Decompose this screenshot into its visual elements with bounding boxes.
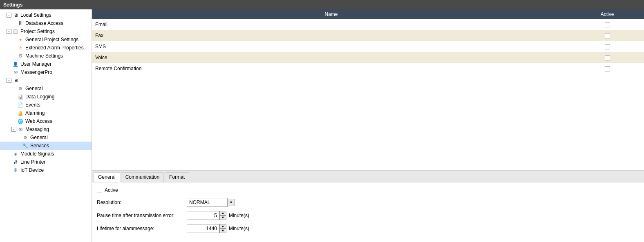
row-name-sms: SMS [92,41,570,52]
iot-icon [12,167,19,173]
row-checkbox-voice[interactable] [605,55,610,60]
sidebar-label-general: General [25,86,43,91]
sidebar-item-machine-settings[interactable]: Machine Settings [0,52,92,60]
tab-communication[interactable]: Communication [121,172,164,182]
row-name-remote-confirmation: Remote Confirmation [92,63,570,74]
pause-time-row: Pause time after transmission error: ▲ ▼… [97,211,639,220]
sidebar-label-alarming: Alarming [25,110,45,116]
lifetime-up[interactable]: ▲ [219,224,226,229]
expand-local-settings[interactable]: - [7,13,11,18]
sidebar-item-events[interactable]: Events [0,101,92,109]
row-active-email [570,20,644,30]
title-label: Settings [3,2,22,8]
sidebar-label-services: Services [30,143,49,149]
tab-general[interactable]: General [94,172,120,182]
expand-messaging[interactable]: - [11,127,16,132]
sidebar-item-alarming[interactable]: Alarming [0,109,92,117]
pause-time-wrapper: ▲ ▼ [187,211,226,220]
sidebar-item-user-manager[interactable]: User Manager [0,60,92,68]
row-name-fax: Fax [92,30,570,41]
lifetime-down[interactable]: ▼ [219,229,226,233]
tab-general-label: General [98,174,116,180]
row-active-voice [570,53,644,63]
pause-time-down[interactable]: ▼ [219,215,226,220]
sidebar-item-module-signals[interactable]: Module Signals [0,150,92,158]
warn-icon [17,44,24,51]
sidebar-item-extended-alarm[interactable]: Extended Alarm Properties [0,44,92,52]
row-name-email: Email [92,19,570,30]
sidebar-item-general-project[interactable]: General Project Settings [0,36,92,44]
msg-icon-2 [17,126,24,133]
expand-unnamed[interactable]: - [7,78,11,83]
tab-format-label: Format [169,174,185,180]
sidebar-item-messenger-pro[interactable]: MessengerPro [0,68,92,76]
general-icon [17,85,24,92]
lifetime-wrapper: ▲ ▼ [187,224,226,233]
row-checkbox-remote-confirmation[interactable] [605,66,610,71]
sidebar-label-web-access: Web Access [25,118,52,124]
resolution-row: Resolution: ▼ [97,198,639,207]
sidebar-item-project-settings[interactable]: - Project Settings [0,27,92,36]
alarm-icon [17,110,24,116]
table-row[interactable]: SMS [92,41,644,52]
table-row[interactable]: Email [92,19,644,30]
lifetime-input[interactable] [187,224,219,233]
active-checkbox[interactable] [97,188,102,193]
sidebar-item-line-printer[interactable]: Line Printer [0,158,92,166]
table-section: Name Active Email Fax SMS Voice Remote C… [92,9,644,170]
msg-icon-1 [12,69,19,75]
lifetime-unit: Minute(s) [229,226,249,231]
row-checkbox-fax[interactable] [605,33,610,38]
active-row: Active [97,187,639,193]
sidebar-item-services[interactable]: Services [0,142,92,150]
sidebar-item-iot-device[interactable]: IoT Device [0,166,92,174]
sidebar-label-events: Events [25,102,40,108]
table-header: Name Active [92,9,644,19]
table-row[interactable]: Remote Confirmation [92,63,644,74]
table-row[interactable]: Fax [92,30,644,41]
pause-time-label: Pause time after transmission error: [97,213,187,218]
pause-time-up[interactable]: ▲ [219,211,226,215]
lifetime-label: Lifetime for alammessage: [97,226,187,231]
sidebar-label-local-settings: Local Settings [20,12,51,18]
tab-format[interactable]: Format [165,172,189,182]
sidebar-item-general[interactable]: General [0,84,92,93]
resolution-input[interactable] [187,198,228,207]
proj-icon [12,28,19,35]
row-checkbox-email[interactable] [605,22,610,27]
sidebar-item-unnamed[interactable]: - [0,76,92,84]
services-icon [22,142,29,149]
pause-time-unit: Minute(s) [229,213,249,218]
expand-project-settings[interactable]: - [7,29,11,34]
sidebar-label-database-access: Database Access [25,20,63,26]
lifetime-spinner: ▲ ▼ [219,224,226,233]
sidebar-label-line-printer: Line Printer [20,159,45,165]
content-area: Name Active Email Fax SMS Voice Remote C… [92,9,644,242]
sidebar-item-database-access[interactable]: Database Access [0,19,92,27]
table-row[interactable]: Voice [92,52,644,63]
row-checkbox-sms[interactable] [605,44,610,49]
sidebar-label-messenger-pro: MessengerPro [20,69,52,75]
sidebar-label-messaging: Messaging [25,127,49,132]
pause-time-spinner: ▲ ▼ [219,211,226,220]
globe-icon [17,118,24,124]
events-icon [17,102,24,108]
user-icon [12,61,19,67]
row-active-remote-confirmation [570,64,644,74]
sidebar-item-messaging-general[interactable]: General [0,133,92,142]
row-active-sms [570,42,644,52]
sidebar-item-web-access[interactable]: Web Access [0,117,92,125]
dropdown-arrow[interactable]: ▼ [228,199,235,206]
sidebar-item-data-logging[interactable]: Data Logging [0,93,92,101]
module-icon [12,151,19,157]
active-label: Active [105,187,118,193]
sidebar-label-iot-device: IoT Device [20,167,44,173]
resolution-label: Resolution: [97,200,187,205]
pause-time-input[interactable] [187,211,219,220]
row-active-fax [570,31,644,41]
sidebar-label-machine-settings: Machine Settings [25,53,63,59]
sidebar-label-data-logging: Data Logging [25,94,54,100]
sidebar-item-messaging[interactable]: - Messaging [0,125,92,133]
sidebar-item-local-settings[interactable]: - Local Settings [0,11,92,19]
title-bar: Settings [0,0,644,9]
